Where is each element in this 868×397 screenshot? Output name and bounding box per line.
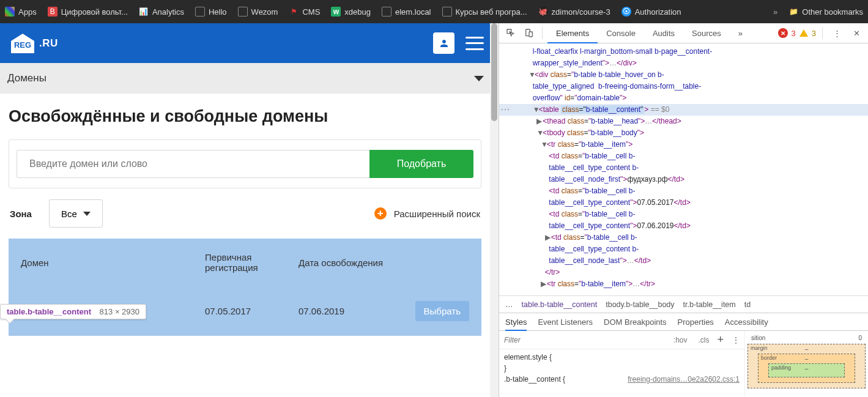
bookmark-apps[interactable]: Apps (5, 7, 37, 17)
cls-toggle[interactable]: .cls (695, 335, 712, 346)
site-logo[interactable]: REG .RU (9, 31, 58, 56)
box-model: sition0 margin – border – padding – (744, 331, 868, 397)
bookmark-item[interactable]: Курсы веб програ... (442, 7, 527, 17)
devtools-toolbar: Elements Console Audits Sources » ✕ 3 3 … (499, 23, 868, 43)
tab-console[interactable]: Console (598, 23, 644, 43)
bookmark-item[interactable]: Hello (195, 7, 227, 17)
auth-icon: ⦿ (621, 7, 631, 17)
error-badge[interactable]: ✕ (778, 28, 788, 38)
bookmark-label: elem.local (395, 7, 431, 17)
domains-table: Домен Первичная регистрация Дата освобож… (9, 239, 481, 336)
styles-filter-bar: :hov .cls + ⋮ (499, 331, 744, 349)
bookmark-label: zdimon/course-3 (552, 7, 610, 17)
crumb[interactable]: table.b-table__content (522, 300, 598, 309)
other-bookmarks[interactable]: 📁 Other bookmarks (788, 7, 863, 17)
fav-icon: 📊 (139, 7, 149, 17)
tab-elements[interactable]: Elements (547, 23, 598, 43)
tab-more[interactable]: » (730, 23, 751, 43)
apps-icon (5, 7, 15, 17)
bookmark-label: CMS (302, 7, 320, 17)
tooltip-dimensions: 813 × 2930 (100, 307, 139, 316)
tab-events[interactable]: Event Listeners (538, 314, 593, 330)
kebab-icon[interactable]: ⋮ (829, 25, 845, 41)
bookmark-item[interactable]: Wezom (238, 7, 278, 17)
tab-props[interactable]: Properties (678, 314, 714, 330)
collapse-title: Домены (7, 72, 46, 84)
user-button[interactable] (433, 32, 454, 54)
tab-styles[interactable]: Styles (505, 314, 527, 330)
web-page: REG .RU Домены Освобождённые и свободные… (0, 23, 499, 397)
col-domain: Домен (9, 239, 193, 286)
folder-icon: 📁 (788, 7, 798, 17)
rule-selector: element.style { (504, 353, 552, 362)
bookmark-label: Analytics (152, 7, 184, 17)
css-rules[interactable]: element.style { } .b-table__content {fre… (499, 349, 744, 387)
tab-a11y[interactable]: Accessibility (725, 314, 768, 330)
elements-tree[interactable]: l-float_clearfix l-margin_bottom-small b… (499, 43, 868, 295)
bookmark-item[interactable]: В Цифровой вольт... (48, 7, 128, 17)
styles-filter-input[interactable] (504, 336, 666, 344)
logo-icon: REG (9, 31, 37, 56)
zone-value: Все (61, 209, 77, 219)
cell-release: 07.06.2019 (286, 286, 403, 336)
bookmark-item[interactable]: ⦿ Authorization (621, 7, 681, 17)
search-box: Подобрать (9, 139, 481, 188)
domain-search-input[interactable] (17, 150, 369, 178)
rule-brace: } (504, 364, 506, 373)
close-icon[interactable]: ✕ (848, 25, 864, 41)
tab-sources[interactable]: Sources (683, 23, 730, 43)
plus-icon: + (374, 207, 387, 220)
inspect-icon[interactable] (503, 25, 519, 41)
warning-count: 3 (812, 29, 816, 38)
css-source-link[interactable]: freeing-domains…0e2a2602.css:1 (628, 374, 740, 385)
error-count: 3 (792, 29, 796, 38)
bookmark-item[interactable]: ⚑ CMS (289, 7, 320, 17)
crumb[interactable]: … (505, 300, 513, 309)
svg-text:REG: REG (14, 40, 31, 50)
breadcrumb[interactable]: … table.b-table__content tbody.b-table__… (499, 295, 868, 313)
bookmark-item[interactable]: elem.local (382, 7, 431, 17)
bookmark-item[interactable]: w xdebug (331, 7, 371, 17)
more-bookmarks-chevron[interactable]: » (773, 7, 777, 17)
devtools-panel: Elements Console Audits Sources » ✕ 3 3 … (499, 23, 868, 397)
page-title: Освобождённые и свободные домены (9, 107, 481, 126)
bookmark-item[interactable]: 🐙 zdimon/course-3 (538, 7, 610, 17)
domains-collapse[interactable]: Домены (0, 63, 499, 94)
zone-select[interactable]: Все (49, 199, 103, 228)
zone-label: Зона (10, 209, 32, 219)
tab-audits[interactable]: Audits (644, 23, 683, 43)
advanced-search-label: Расширенный поиск (394, 209, 480, 219)
new-rule-icon[interactable]: + (717, 333, 724, 346)
bookmark-item[interactable]: 📊 Analytics (139, 7, 184, 17)
bookmark-label: Цифровой вольт... (61, 7, 128, 17)
advanced-search-link[interactable]: + Расширенный поиск (374, 207, 480, 220)
burger-menu[interactable] (466, 37, 484, 50)
table-header-row: Домен Первичная регистрация Дата освобож… (9, 239, 481, 286)
warning-badge[interactable] (799, 29, 808, 37)
crumb[interactable]: tr.b-table__item (683, 300, 736, 309)
select-button[interactable]: Выбрать (415, 301, 469, 321)
site-header: REG .RU (0, 23, 499, 63)
bookmark-label: Hello (209, 7, 227, 17)
search-button[interactable]: Подобрать (369, 150, 473, 178)
col-release: Дата освобождения (286, 239, 403, 286)
bookmark-label: Authorization (635, 7, 681, 17)
fav-icon: w (331, 7, 341, 17)
page-scrollbar[interactable] (490, 23, 499, 397)
tooltip-selector: table.b-table__content (7, 307, 91, 316)
flag-icon: ⚑ (289, 7, 299, 17)
hov-toggle[interactable]: :hov (670, 335, 691, 346)
user-icon (439, 38, 450, 49)
crumb[interactable]: tbody.b-table__body (606, 300, 674, 309)
inspect-tooltip: table.b-table__content 813 × 2930 (0, 304, 146, 319)
styles-tabs: Styles Event Listeners DOM Breakpoints P… (499, 313, 868, 331)
device-icon[interactable] (521, 25, 537, 41)
crumb[interactable]: td (744, 300, 751, 309)
page-icon (442, 7, 452, 17)
svg-rect-2 (529, 32, 532, 37)
col-action (403, 239, 481, 286)
tab-dom-bp[interactable]: DOM Breakpoints (604, 314, 667, 330)
page-icon (382, 7, 391, 17)
page-icon (195, 7, 205, 17)
kebab-icon[interactable]: ⋮ (732, 336, 740, 344)
